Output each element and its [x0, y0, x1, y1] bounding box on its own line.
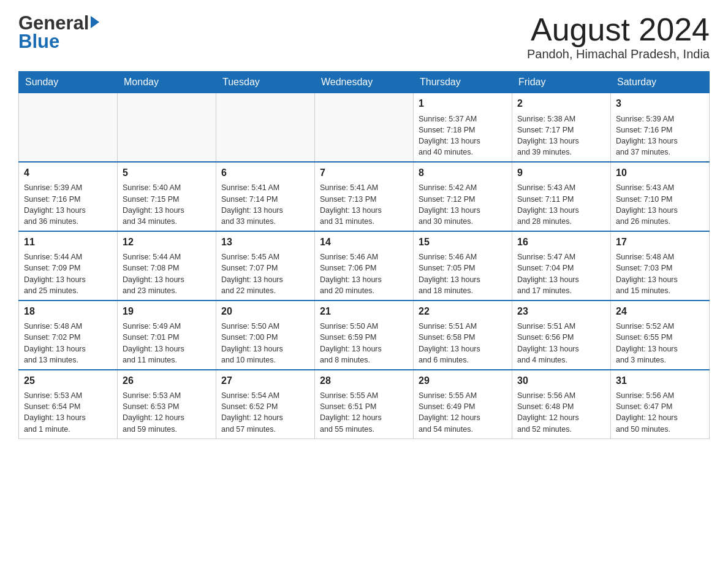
table-row: 9Sunrise: 5:43 AMSunset: 7:11 PMDaylight…	[512, 162, 611, 231]
table-row: 31Sunrise: 5:56 AMSunset: 6:47 PMDayligh…	[611, 370, 710, 439]
day-number: 8	[419, 166, 507, 180]
day-info: Sunrise: 5:45 AMSunset: 7:07 PMDaylight:…	[221, 251, 309, 296]
day-info: Sunrise: 5:43 AMSunset: 7:11 PMDaylight:…	[517, 182, 605, 227]
table-row: 11Sunrise: 5:44 AMSunset: 7:09 PMDayligh…	[19, 231, 118, 301]
day-info: Sunrise: 5:46 AMSunset: 7:06 PMDaylight:…	[320, 251, 408, 296]
table-row: 17Sunrise: 5:48 AMSunset: 7:03 PMDayligh…	[611, 231, 710, 301]
table-row: 10Sunrise: 5:43 AMSunset: 7:10 PMDayligh…	[611, 162, 710, 231]
header-thursday: Thursday	[414, 72, 512, 93]
day-number: 19	[123, 305, 211, 318]
day-number: 31	[616, 374, 704, 388]
day-number: 15	[419, 236, 507, 249]
day-info: Sunrise: 5:49 AMSunset: 7:01 PMDaylight:…	[123, 321, 211, 366]
table-row: 26Sunrise: 5:53 AMSunset: 6:53 PMDayligh…	[118, 370, 216, 439]
day-number: 27	[221, 374, 309, 388]
header-monday: Monday	[118, 72, 216, 93]
table-row: 5Sunrise: 5:40 AMSunset: 7:15 PMDaylight…	[118, 162, 216, 231]
page-header: General Blue August 2024 Pandoh, Himacha…	[18, 12, 710, 61]
day-number: 4	[24, 166, 112, 180]
day-number: 18	[24, 305, 112, 318]
day-number: 25	[24, 374, 112, 388]
day-info: Sunrise: 5:48 AMSunset: 7:02 PMDaylight:…	[24, 321, 112, 366]
day-number: 14	[320, 236, 408, 249]
logo-blue: Blue	[18, 31, 59, 53]
calendar-week-row: 18Sunrise: 5:48 AMSunset: 7:02 PMDayligh…	[19, 301, 710, 370]
table-row: 12Sunrise: 5:44 AMSunset: 7:08 PMDayligh…	[118, 231, 216, 301]
table-row: 29Sunrise: 5:55 AMSunset: 6:49 PMDayligh…	[414, 370, 512, 439]
day-info: Sunrise: 5:43 AMSunset: 7:10 PMDaylight:…	[616, 182, 704, 227]
table-row: 2Sunrise: 5:38 AMSunset: 7:17 PMDaylight…	[512, 93, 611, 162]
table-row: 21Sunrise: 5:50 AMSunset: 6:59 PMDayligh…	[315, 301, 414, 370]
table-row: 13Sunrise: 5:45 AMSunset: 7:07 PMDayligh…	[216, 231, 315, 301]
day-info: Sunrise: 5:44 AMSunset: 7:09 PMDaylight:…	[24, 251, 112, 296]
day-number: 1	[419, 97, 507, 110]
day-info: Sunrise: 5:40 AMSunset: 7:15 PMDaylight:…	[123, 182, 211, 227]
table-row: 22Sunrise: 5:51 AMSunset: 6:58 PMDayligh…	[414, 301, 512, 370]
day-info: Sunrise: 5:56 AMSunset: 6:48 PMDaylight:…	[517, 390, 605, 435]
table-row: 24Sunrise: 5:52 AMSunset: 6:55 PMDayligh…	[611, 301, 710, 370]
weekday-header-row: Sunday Monday Tuesday Wednesday Thursday…	[19, 72, 710, 93]
calendar-week-row: 25Sunrise: 5:53 AMSunset: 6:54 PMDayligh…	[19, 370, 710, 439]
day-number: 23	[517, 305, 605, 318]
logo-area: General Blue	[18, 12, 100, 53]
table-row	[19, 93, 118, 162]
calendar-week-row: 1Sunrise: 5:37 AMSunset: 7:18 PMDaylight…	[19, 93, 710, 162]
month-title: August 2024	[527, 12, 710, 47]
table-row: 14Sunrise: 5:46 AMSunset: 7:06 PMDayligh…	[315, 231, 414, 301]
day-number: 13	[221, 236, 309, 249]
day-number: 17	[616, 236, 704, 249]
day-number: 28	[320, 374, 408, 388]
header-friday: Friday	[512, 72, 611, 93]
day-info: Sunrise: 5:47 AMSunset: 7:04 PMDaylight:…	[517, 251, 605, 296]
header-saturday: Saturday	[611, 72, 710, 93]
day-info: Sunrise: 5:51 AMSunset: 6:56 PMDaylight:…	[517, 321, 605, 366]
day-info: Sunrise: 5:50 AMSunset: 6:59 PMDaylight:…	[320, 321, 408, 366]
day-info: Sunrise: 5:39 AMSunset: 7:16 PMDaylight:…	[616, 113, 704, 158]
day-info: Sunrise: 5:46 AMSunset: 7:05 PMDaylight:…	[419, 251, 507, 296]
day-number: 21	[320, 305, 408, 318]
table-row: 27Sunrise: 5:54 AMSunset: 6:52 PMDayligh…	[216, 370, 315, 439]
day-info: Sunrise: 5:51 AMSunset: 6:58 PMDaylight:…	[419, 321, 507, 366]
day-info: Sunrise: 5:52 AMSunset: 6:55 PMDaylight:…	[616, 321, 704, 366]
day-number: 20	[221, 305, 309, 318]
day-number: 30	[517, 374, 605, 388]
day-info: Sunrise: 5:55 AMSunset: 6:51 PMDaylight:…	[320, 390, 408, 435]
day-info: Sunrise: 5:55 AMSunset: 6:49 PMDaylight:…	[419, 390, 507, 435]
table-row: 30Sunrise: 5:56 AMSunset: 6:48 PMDayligh…	[512, 370, 611, 439]
table-row: 18Sunrise: 5:48 AMSunset: 7:02 PMDayligh…	[19, 301, 118, 370]
header-tuesday: Tuesday	[216, 72, 315, 93]
table-row: 4Sunrise: 5:39 AMSunset: 7:16 PMDaylight…	[19, 162, 118, 231]
table-row: 23Sunrise: 5:51 AMSunset: 6:56 PMDayligh…	[512, 301, 611, 370]
table-row: 3Sunrise: 5:39 AMSunset: 7:16 PMDaylight…	[611, 93, 710, 162]
calendar-table: Sunday Monday Tuesday Wednesday Thursday…	[18, 71, 710, 439]
day-number: 7	[320, 166, 408, 180]
day-info: Sunrise: 5:39 AMSunset: 7:16 PMDaylight:…	[24, 182, 112, 227]
table-row: 1Sunrise: 5:37 AMSunset: 7:18 PMDaylight…	[414, 93, 512, 162]
table-row: 16Sunrise: 5:47 AMSunset: 7:04 PMDayligh…	[512, 231, 611, 301]
day-info: Sunrise: 5:54 AMSunset: 6:52 PMDaylight:…	[221, 390, 309, 435]
day-number: 29	[419, 374, 507, 388]
day-info: Sunrise: 5:37 AMSunset: 7:18 PMDaylight:…	[419, 113, 507, 158]
day-info: Sunrise: 5:53 AMSunset: 6:53 PMDaylight:…	[123, 390, 211, 435]
day-info: Sunrise: 5:48 AMSunset: 7:03 PMDaylight:…	[616, 251, 704, 296]
day-info: Sunrise: 5:50 AMSunset: 7:00 PMDaylight:…	[221, 321, 309, 366]
calendar-week-row: 4Sunrise: 5:39 AMSunset: 7:16 PMDaylight…	[19, 162, 710, 231]
logo-arrow-icon	[91, 16, 99, 28]
day-info: Sunrise: 5:53 AMSunset: 6:54 PMDaylight:…	[24, 390, 112, 435]
table-row: 25Sunrise: 5:53 AMSunset: 6:54 PMDayligh…	[19, 370, 118, 439]
location-subtitle: Pandoh, Himachal Pradesh, India	[527, 47, 710, 61]
day-info: Sunrise: 5:38 AMSunset: 7:17 PMDaylight:…	[517, 113, 605, 158]
day-number: 10	[616, 166, 704, 180]
header-wednesday: Wednesday	[315, 72, 414, 93]
day-number: 5	[123, 166, 211, 180]
table-row: 15Sunrise: 5:46 AMSunset: 7:05 PMDayligh…	[414, 231, 512, 301]
table-row	[216, 93, 315, 162]
table-row: 6Sunrise: 5:41 AMSunset: 7:14 PMDaylight…	[216, 162, 315, 231]
table-row: 7Sunrise: 5:41 AMSunset: 7:13 PMDaylight…	[315, 162, 414, 231]
header-sunday: Sunday	[19, 72, 118, 93]
table-row: 28Sunrise: 5:55 AMSunset: 6:51 PMDayligh…	[315, 370, 414, 439]
day-number: 22	[419, 305, 507, 318]
table-row: 19Sunrise: 5:49 AMSunset: 7:01 PMDayligh…	[118, 301, 216, 370]
day-info: Sunrise: 5:44 AMSunset: 7:08 PMDaylight:…	[123, 251, 211, 296]
day-info: Sunrise: 5:41 AMSunset: 7:13 PMDaylight:…	[320, 182, 408, 227]
